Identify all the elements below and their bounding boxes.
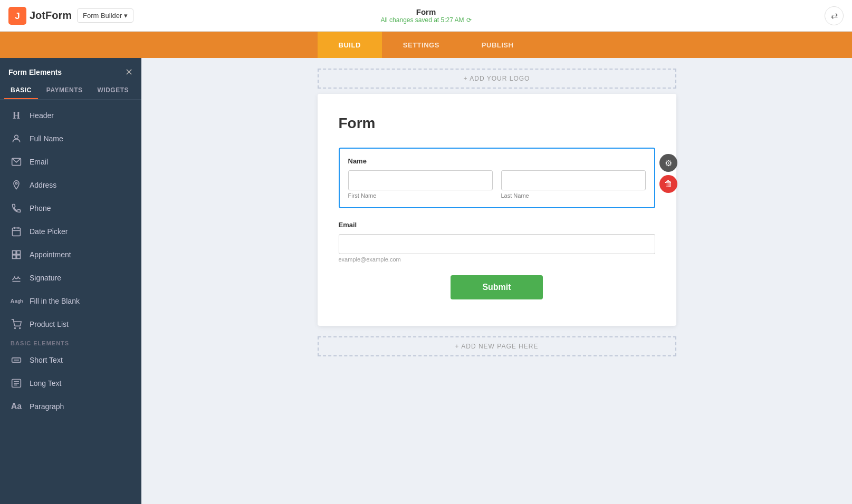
form-builder-label: Form Builder bbox=[83, 12, 122, 20]
sidebar-tab-payments[interactable]: PAYMENTS bbox=[40, 82, 89, 99]
sidebar-section-basic-elements: BASIC ELEMENTS bbox=[0, 336, 141, 348]
form-heading: Form bbox=[339, 115, 655, 132]
sidebar-tab-widgets[interactable]: WIDGETS bbox=[91, 82, 136, 99]
sidebar-item-product-list[interactable]: Product List bbox=[0, 313, 141, 336]
short-text-icon bbox=[11, 354, 22, 366]
full-name-icon bbox=[11, 133, 22, 144]
top-nav: J JotForm Form Builder ▾ Form All change… bbox=[0, 0, 852, 32]
gear-icon: ⚙ bbox=[665, 158, 672, 168]
sidebar-item-label-fill-blank: Fill in the Blank bbox=[30, 297, 80, 305]
sidebar-item-short-text[interactable]: Short Text bbox=[0, 348, 141, 372]
svg-rect-12 bbox=[17, 255, 21, 259]
sidebar-tabs: BASIC PAYMENTS WIDGETS bbox=[0, 82, 141, 100]
phone-icon bbox=[11, 202, 22, 214]
field-settings-button[interactable]: ⚙ bbox=[659, 154, 677, 172]
last-name-field: Last Name bbox=[501, 170, 646, 199]
first-name-sublabel: First Name bbox=[348, 192, 493, 199]
svg-point-2 bbox=[15, 135, 18, 139]
chevron-down-icon: ▾ bbox=[124, 12, 128, 20]
email-icon bbox=[11, 156, 22, 168]
add-logo-bar[interactable]: + ADD YOUR LOGO bbox=[318, 69, 676, 89]
sidebar-item-label-email: Email bbox=[30, 158, 48, 166]
canvas-area: + ADD YOUR LOGO Form Name First Name Las… bbox=[141, 58, 852, 504]
signature-icon bbox=[11, 272, 22, 284]
sidebar-item-signature[interactable]: Signature bbox=[0, 266, 141, 289]
name-field-selected[interactable]: Name First Name Last Name ⚙ bbox=[339, 148, 655, 208]
main-layout: Form Elements ✕ BASIC PAYMENTS WIDGETS H… bbox=[0, 58, 852, 504]
email-field-group: Email example@example.com bbox=[339, 221, 655, 263]
sidebar-item-fill-in-blank[interactable]: Aagh Fill in the Blank bbox=[0, 289, 141, 313]
last-name-sublabel: Last Name bbox=[501, 192, 646, 199]
add-logo-label: + ADD YOUR LOGO bbox=[464, 75, 530, 82]
email-field-label: Email bbox=[339, 221, 655, 229]
address-icon bbox=[11, 179, 22, 191]
name-subfields: First Name Last Name bbox=[348, 170, 646, 199]
add-page-bar[interactable]: + ADD NEW PAGE HERE bbox=[318, 336, 676, 356]
tab-settings[interactable]: SETTINGS bbox=[382, 32, 461, 58]
email-hint: example@example.com bbox=[339, 256, 655, 263]
appointment-icon bbox=[11, 249, 22, 260]
settings-toggle-button[interactable]: ⇄ bbox=[825, 6, 844, 25]
submit-button[interactable]: Submit bbox=[451, 275, 542, 299]
sidebar-item-paragraph[interactable]: Aa Paragraph bbox=[0, 395, 141, 418]
nav-right: ⇄ bbox=[825, 6, 844, 25]
sidebar-item-address[interactable]: Address bbox=[0, 173, 141, 197]
sidebar-item-header[interactable]: H Header bbox=[0, 104, 141, 127]
sidebar-item-full-name[interactable]: Full Name bbox=[0, 127, 141, 150]
sync-icon: ⟳ bbox=[466, 16, 472, 24]
submit-area: Submit bbox=[339, 275, 655, 299]
svg-rect-9 bbox=[13, 251, 16, 255]
settings-icon: ⇄ bbox=[831, 11, 838, 21]
last-name-input[interactable] bbox=[501, 170, 646, 190]
sidebar-item-phone[interactable]: Phone bbox=[0, 197, 141, 220]
svg-point-15 bbox=[20, 328, 21, 329]
header-icon: H bbox=[11, 110, 22, 121]
jotform-logo[interactable]: J JotForm bbox=[8, 7, 72, 25]
sidebar-item-label-date-picker: Date Picker bbox=[30, 227, 68, 236]
sidebar: Form Elements ✕ BASIC PAYMENTS WIDGETS H… bbox=[0, 58, 141, 504]
svg-rect-11 bbox=[13, 255, 16, 259]
sidebar-close-button[interactable]: ✕ bbox=[125, 66, 133, 78]
svg-rect-10 bbox=[17, 251, 21, 255]
sidebar-tab-basic[interactable]: BASIC bbox=[4, 82, 38, 99]
sidebar-item-label-appointment: Appointment bbox=[30, 250, 71, 259]
saved-status: All changes saved at 5:27 AM ⟳ bbox=[380, 16, 471, 24]
logo-text: JotForm bbox=[30, 9, 72, 22]
sidebar-item-label-long-text: Long Text bbox=[30, 379, 61, 387]
sidebar-item-date-picker[interactable]: Date Picker bbox=[0, 220, 141, 243]
sidebar-item-label-paragraph: Paragraph bbox=[30, 402, 64, 411]
sidebar-item-long-text[interactable]: Long Text bbox=[0, 372, 141, 395]
sidebar-item-label-full-name: Full Name bbox=[30, 134, 63, 143]
sidebar-item-label-address: Address bbox=[30, 181, 56, 189]
sidebar-item-label-phone: Phone bbox=[30, 204, 51, 212]
form-builder-button[interactable]: Form Builder ▾ bbox=[77, 8, 133, 23]
form-card: Form Name First Name Last Name bbox=[318, 94, 676, 326]
svg-point-14 bbox=[15, 328, 16, 329]
name-field-label: Name bbox=[348, 157, 646, 165]
fill-blank-icon: Aagh bbox=[11, 295, 22, 307]
first-name-field: First Name bbox=[348, 170, 493, 199]
sidebar-item-appointment[interactable]: Appointment bbox=[0, 243, 141, 266]
svg-point-4 bbox=[15, 182, 17, 184]
field-delete-button[interactable]: 🗑 bbox=[659, 175, 677, 193]
field-actions: ⚙ 🗑 bbox=[659, 154, 677, 193]
sidebar-item-label-short-text: Short Text bbox=[30, 356, 63, 364]
product-list-icon bbox=[11, 318, 22, 330]
sidebar-header: Form Elements ✕ bbox=[0, 58, 141, 82]
saved-status-text: All changes saved at 5:27 AM bbox=[380, 16, 464, 24]
sidebar-item-label-header: Header bbox=[30, 111, 54, 120]
first-name-input[interactable] bbox=[348, 170, 493, 190]
tab-build[interactable]: BUILD bbox=[318, 32, 382, 58]
sidebar-item-label-signature: Signature bbox=[30, 274, 61, 282]
tab-publish[interactable]: PUBLISH bbox=[461, 32, 535, 58]
date-picker-icon bbox=[11, 226, 22, 237]
sidebar-item-email[interactable]: Email bbox=[0, 150, 141, 173]
name-field-group: Name First Name Last Name ⚙ bbox=[339, 148, 655, 208]
logo-svg: J bbox=[8, 7, 26, 25]
form-title: Form bbox=[380, 7, 471, 16]
email-input[interactable] bbox=[339, 234, 655, 254]
paragraph-icon: Aa bbox=[11, 401, 22, 412]
nav-left: J JotForm Form Builder ▾ bbox=[8, 7, 133, 25]
add-page-label: + ADD NEW PAGE HERE bbox=[455, 343, 539, 350]
sidebar-item-label-product-list: Product List bbox=[30, 320, 69, 328]
